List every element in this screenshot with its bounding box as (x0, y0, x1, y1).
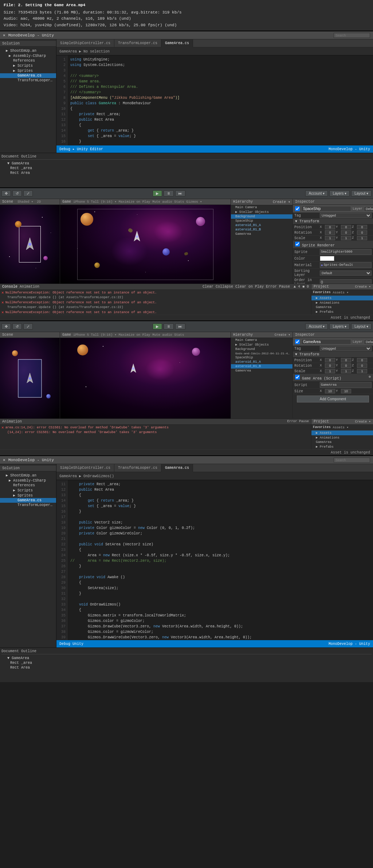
sprite-value[interactable]: SmallFighter5000 (320, 249, 372, 255)
scale-y[interactable] (341, 236, 351, 240)
unity-move-btn[interactable]: ✥ (1, 190, 11, 196)
transform-section[interactable]: ▼ Transform (293, 219, 373, 225)
rot-x[interactable] (325, 230, 335, 235)
pos2-x[interactable] (325, 358, 335, 362)
pos-y[interactable] (341, 225, 351, 229)
assets-tab[interactable]: Assets ▾ (333, 291, 349, 295)
tree2-sprites[interactable]: ▶ Sprites (0, 493, 56, 498)
unity2-rotate-btn[interactable]: ↺ (12, 323, 22, 330)
rot-z[interactable] (357, 230, 367, 235)
order-layer-value[interactable] (320, 279, 372, 284)
size-y-val[interactable] (341, 389, 351, 393)
proj2-prefabs[interactable]: ▶ Prefabs (311, 444, 373, 449)
outline2-rect-area-prop[interactable]: Rect Area (1, 665, 372, 670)
pos2-y[interactable] (341, 358, 351, 362)
scale2-y[interactable] (341, 369, 351, 373)
anim-tab-2[interactable]: Animation (2, 420, 22, 424)
tag2-select[interactable]: Untagged (320, 346, 372, 351)
tab-simpleship-1[interactable]: SimpleShipController.cs (56, 39, 114, 47)
color-value[interactable] (320, 256, 334, 261)
rot-y[interactable] (341, 230, 351, 235)
proj2-gamearea[interactable]: GameArea (311, 440, 373, 444)
outline2-gamearea[interactable]: ▼ GameArea (1, 656, 372, 661)
pos2-z[interactable] (357, 358, 367, 362)
obj-layer-select[interactable]: Default (364, 206, 373, 211)
hier2-asteroid-a[interactable]: asteroid_01_A (231, 360, 292, 364)
animation-tab[interactable]: Animation (20, 285, 39, 289)
tree2-assembly[interactable]: ▶ Assembly-CSharp (0, 478, 56, 483)
proj-animations-1[interactable]: ▶ Animations (311, 300, 373, 305)
sorting-layer-select[interactable]: Default (320, 270, 372, 276)
tree-sprites[interactable]: ▶ Sprites (0, 68, 56, 73)
favorites-tab-2[interactable]: Favorites (313, 425, 331, 429)
tree2-transformlooper-cs[interactable]: TransformLooper.cs (0, 503, 56, 507)
outline-rect-area-1[interactable]: Rect _area (1, 166, 372, 171)
hier2-stellar[interactable]: ▶ Stellar Objects (231, 342, 292, 347)
proj-prefabs-1[interactable]: ▶ Prefabs (311, 310, 373, 314)
scale2-z[interactable] (357, 369, 367, 373)
md2-search[interactable] (334, 458, 370, 463)
unity-account-btn[interactable]: Account ▾ (305, 190, 328, 196)
sprite-renderer-section[interactable]: Sprite Renderer (293, 241, 373, 249)
outline2-rect-area[interactable]: Rect _area (1, 661, 372, 665)
unity-layout-btn[interactable]: Layout ▾ (351, 190, 372, 196)
console-error-pause-btn[interactable]: Error Pause (266, 285, 290, 289)
rot2-z[interactable] (357, 363, 367, 368)
console-clear-btn[interactable]: Clear (203, 285, 213, 289)
unity-rotate-btn[interactable]: ↺ (12, 190, 22, 196)
sprite-renderer-cb[interactable] (295, 242, 300, 246)
game-area-script-cb[interactable] (295, 375, 300, 379)
hier-background-1[interactable]: Background (231, 214, 292, 219)
obj2-layer-select[interactable]: Default (364, 339, 373, 345)
obj2-active-checkbox[interactable] (295, 339, 300, 344)
tree-shootemup[interactable]: ▶ ShootEmUp.an (0, 48, 56, 53)
hier-gamearea-1[interactable]: GameArea (231, 232, 292, 236)
tree2-scripts[interactable]: ▶ Scripts (0, 488, 56, 493)
hier-asteroid-b-1[interactable]: asteroid_01_B (231, 227, 292, 232)
rot2-y[interactable] (341, 363, 351, 368)
hier-asteroid-a-1[interactable]: asteroid_01_A (231, 223, 292, 227)
md-close-icon[interactable]: ✕ (3, 33, 5, 38)
unity2-scale-btn[interactable]: ⤢ (23, 323, 33, 330)
console-clear-play-btn[interactable]: Clear on Play (235, 285, 264, 289)
material-value[interactable]: ◈Sprites-Default (320, 262, 372, 268)
unity2-layout-btn[interactable]: Layout ▾ (351, 323, 372, 330)
scale-z[interactable] (357, 236, 367, 240)
tree-transformlooper-cs[interactable]: TransformLooper.cs (0, 78, 56, 83)
hier2-gods-and-idols[interactable]: Gods-and-Idols-2012-04-11-21-41-26-5... (231, 351, 292, 355)
unity2-play-btn[interactable]: ▶ (153, 323, 162, 330)
unity-layers-btn[interactable]: Layers ▾ (329, 190, 350, 196)
code-editor-1[interactable]: 12345 678910 1112131415 16171819 using U… (56, 55, 373, 145)
hier-spaceship-1[interactable]: SpaceShip (231, 219, 292, 223)
console-collapse-btn[interactable]: Collapse (216, 285, 233, 289)
unity2-move-btn[interactable]: ✥ (1, 323, 11, 330)
code-content-2[interactable]: private Rect _area; public Rect Area { g… (67, 480, 373, 640)
tree-assembly[interactable]: ▶ Assembly-CSharp (0, 53, 56, 58)
unity-scale-btn[interactable]: ⤢ (23, 190, 33, 196)
unity-pause-btn[interactable]: ⏸ (164, 190, 174, 196)
proj-assets-1[interactable]: ▶ Assets (311, 296, 373, 300)
scale-x[interactable] (325, 236, 335, 240)
pos-z[interactable] (357, 225, 367, 229)
unity2-layers-btn[interactable]: Layers ▾ (329, 323, 350, 330)
tab2-simpleship[interactable]: SimpleShipController.cs (56, 464, 114, 472)
tab2-transformlooper[interactable]: TransformLooper.cs (114, 464, 161, 472)
obj-active-checkbox[interactable] (295, 206, 300, 211)
hier2-spaceship[interactable]: SpaceShip (231, 355, 292, 360)
hier-stellar-1[interactable]: ▶ Stellar Objects (231, 210, 292, 214)
size-x-val[interactable] (325, 389, 335, 393)
unity2-step-btn[interactable]: ⏭ (175, 323, 185, 330)
hier2-main-camera[interactable]: Main Camera (231, 338, 292, 342)
unity2-account-btn[interactable]: Account ▾ (305, 323, 328, 330)
outline-rect-area-prop-1[interactable]: Rect Area (1, 171, 372, 175)
tree-references[interactable]: References (0, 58, 56, 63)
tag-select[interactable]: Untagged (320, 213, 372, 218)
tab-gamearea-1[interactable]: GameArea.cs (161, 39, 193, 47)
tree2-references[interactable]: References (0, 483, 56, 488)
code-content-1[interactable]: using UnityEngine; using System.Collecti… (67, 55, 373, 145)
code-editor-2[interactable]: 1112131415 1617181920 2122232425 2627282… (56, 480, 373, 640)
tree-scripts[interactable]: ▶ Scripts (0, 63, 56, 68)
game-area-settings-icon[interactable]: ⚙ (369, 375, 371, 379)
proj-gamearea-1[interactable]: GameArea (311, 305, 373, 310)
scene-view-1[interactable] (0, 205, 60, 284)
